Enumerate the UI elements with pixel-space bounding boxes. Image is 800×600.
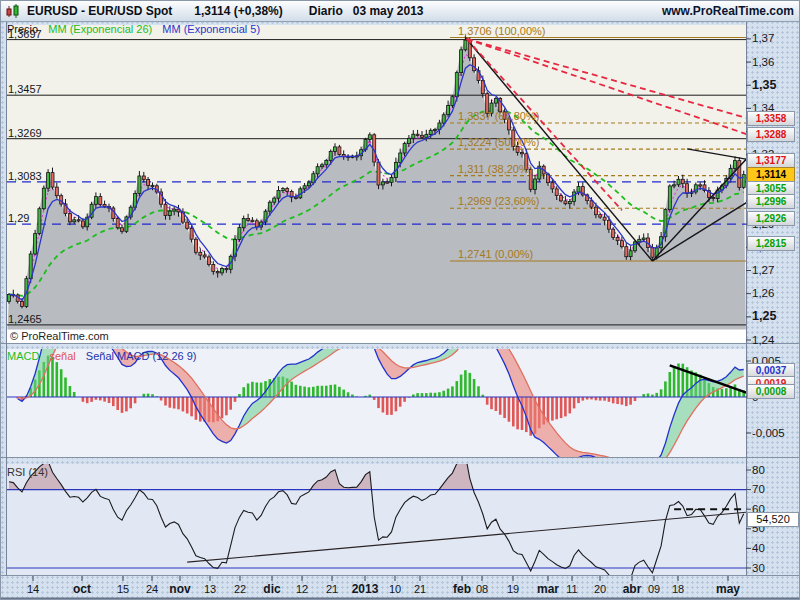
macd-params-label: Señal MACD (12 26 9): [86, 350, 197, 362]
symbol-title: EURUSD - EUR/USD Spot: [27, 4, 172, 18]
price-legend: Precio MM (Exponencial 26) MM (Exponenci…: [7, 23, 260, 35]
price-legend-label: Precio: [7, 23, 38, 35]
title-bar: EURUSD - EUR/USD Spot 1,3114 (+0,38%) Di…: [0, 0, 800, 22]
copyright-label: © ProRealTime.com: [10, 330, 109, 342]
ema5-legend-label: MM (Exponencial 5): [162, 23, 260, 35]
rsi-legend: RSI (14): [7, 466, 48, 478]
last-quote: 1,3114 (+0,38%): [194, 4, 282, 18]
macd-senal-label: señal: [49, 350, 75, 362]
site-link[interactable]: www.ProRealTime.com: [662, 4, 794, 18]
date-label: 03 may 2013: [353, 4, 424, 18]
candlestick-icon: [5, 3, 21, 19]
chart-canvas[interactable]: [0, 0, 800, 600]
macd-legend: MACD señal Señal MACD (12 26 9): [7, 350, 196, 362]
timeframe-label: Diario: [309, 4, 343, 18]
ema26-legend-label: MM (Exponencial 26): [48, 23, 152, 35]
macd-legend-label: MACD: [7, 350, 39, 362]
